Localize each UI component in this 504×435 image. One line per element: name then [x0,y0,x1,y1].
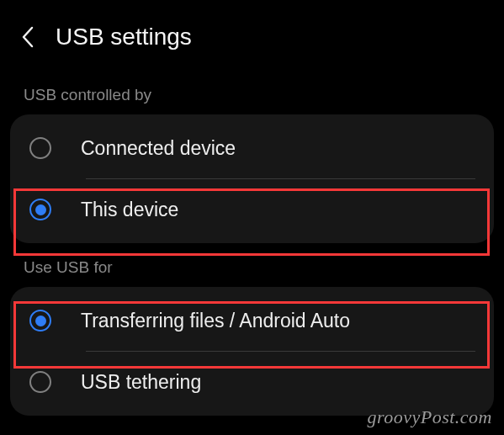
page-title: USB settings [56,24,192,50]
option-usb-tethering[interactable]: USB tethering [10,352,494,412]
radio-icon [29,198,52,221]
radio-icon [29,136,52,160]
option-label: This device [81,199,178,221]
card-controlled-by: Connected device This device [10,114,494,243]
section-label-use-for: Use USB for [0,243,504,287]
radio-icon [29,309,52,332]
option-label: Connected device [81,137,236,160]
watermark: groovyPost.com [367,406,492,428]
option-transferring-files[interactable]: Transferring files / Android Auto [10,290,494,351]
back-icon[interactable] [19,28,37,46]
card-use-for: Transferring files / Android Auto USB te… [10,287,494,416]
header: USB settings [0,0,504,71]
section-label-controlled-by: USB controlled by [0,71,504,114]
option-this-device[interactable]: This device [10,179,494,240]
option-label: Transferring files / Android Auto [81,310,350,332]
option-label: USB tethering [81,371,201,394]
radio-icon [29,370,52,394]
option-connected-device[interactable]: Connected device [10,118,494,178]
